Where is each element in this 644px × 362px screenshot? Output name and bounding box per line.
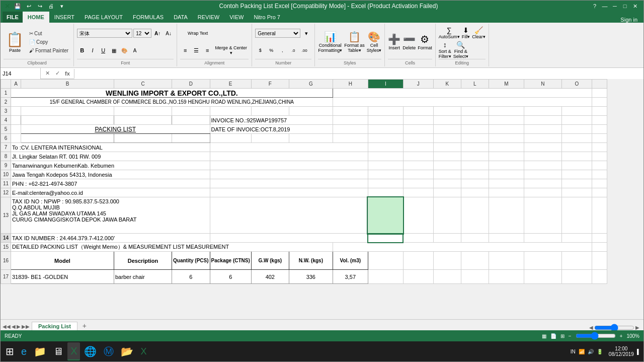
cell-5l[interactable] [461, 125, 489, 134]
cell-8o[interactable] [561, 152, 592, 161]
pc-btn[interactable]: 🖥 [50, 342, 66, 360]
cell-3k[interactable] [433, 107, 461, 116]
formula-input[interactable] [74, 68, 643, 79]
cell-9e[interactable] [210, 161, 368, 170]
cell-10k[interactable] [433, 170, 461, 179]
more-qa-btn[interactable]: ▾ [57, 2, 67, 11]
row-num-9[interactable]: 9 [1, 161, 11, 170]
cell-13l[interactable] [461, 197, 489, 234]
row-num-4[interactable]: 4 [1, 116, 11, 125]
cell-12j[interactable] [403, 188, 433, 197]
cell-12-extra[interactable] [592, 188, 607, 197]
row-num-7[interactable]: 7 [1, 143, 11, 152]
row-num-8[interactable]: 8 [1, 152, 11, 161]
cell-8j[interactable] [403, 152, 433, 161]
cell-11-extra[interactable] [592, 179, 607, 188]
excel-taskbar-btn[interactable]: X [67, 342, 80, 360]
cell-12i[interactable] [368, 188, 403, 197]
underline-button[interactable]: U [98, 46, 108, 55]
cell-4n[interactable] [524, 116, 561, 125]
col-header-i[interactable]: I [368, 80, 403, 89]
cell-6b[interactable] [21, 134, 114, 143]
cell-8k[interactable] [433, 152, 461, 161]
cell-6c[interactable] [114, 134, 172, 143]
cell-16o[interactable] [561, 252, 592, 270]
row-num-13[interactable]: 13 [1, 197, 11, 234]
confirm-formula-btn[interactable]: ✓ [53, 69, 62, 78]
cell-styles-btn[interactable]: 🎨 Cell Styles▾ [367, 31, 382, 53]
wrap-text-btn[interactable]: Wrap Text [180, 29, 215, 38]
cell-5i[interactable] [368, 125, 403, 134]
horizontal-scrollbar[interactable] [594, 326, 634, 330]
cell-14j[interactable] [403, 234, 433, 243]
cell-11e[interactable] [210, 179, 368, 188]
cell-2-extra[interactable] [592, 98, 607, 107]
cell-5j[interactable] [403, 125, 433, 134]
cell-6a[interactable] [11, 134, 21, 143]
cell-3-extra[interactable] [592, 107, 607, 116]
cell-16j[interactable] [403, 252, 433, 270]
row-num-5[interactable]: 5 [1, 125, 11, 134]
cell-11l[interactable] [461, 179, 489, 188]
cell-13e[interactable] [210, 197, 368, 234]
cell-packing-list[interactable]: PACKING LIST [21, 125, 210, 134]
col-header-f[interactable]: F [251, 80, 289, 89]
corner-header[interactable] [1, 80, 11, 89]
col-header-m[interactable]: M [489, 80, 524, 89]
cell-1h[interactable] [333, 89, 592, 98]
tab-review[interactable]: REVIEW [193, 12, 224, 23]
insert-btn[interactable]: ➕ Insert [388, 33, 400, 50]
maximize-btn[interactable]: □ [620, 2, 629, 10]
scroll-tabs-prev[interactable]: ◀ [12, 324, 16, 329]
insert-function-btn[interactable]: fx [63, 69, 72, 78]
format-painter-button[interactable]: 🖌 Format Painter [27, 47, 70, 54]
cell-6j[interactable] [403, 134, 433, 143]
conditional-formatting-btn[interactable]: 📊 Conditional Formatting▾ [318, 31, 342, 53]
cell-12o[interactable] [561, 188, 592, 197]
cell-9o[interactable] [561, 161, 592, 170]
cell-17l[interactable] [461, 270, 489, 284]
cell-10o[interactable] [561, 170, 592, 179]
cell-6i[interactable] [368, 134, 403, 143]
font-color-btn[interactable]: A [130, 46, 140, 55]
scroll-tabs-right[interactable]: ▶▶ [22, 324, 30, 329]
cell-phone[interactable]: PHN : +62-821-4974-3807 [11, 179, 210, 188]
cell-3j[interactable] [403, 107, 433, 116]
cell-13j[interactable] [403, 197, 433, 234]
row-num-1[interactable]: 1 [1, 89, 11, 98]
percent-btn[interactable]: % [266, 46, 276, 55]
cell-6h[interactable] [333, 134, 368, 143]
col-header-l[interactable]: L [461, 80, 489, 89]
cell-detailed[interactable]: DETAILED PACKING LIST（Weight Memo）& MEAS… [11, 243, 333, 252]
clear-btn[interactable]: 🧹 Clear▾ [472, 26, 486, 39]
cell-17i[interactable] [368, 270, 403, 284]
cell-12m[interactable] [489, 188, 524, 197]
cell-email[interactable]: E-mail:clentera@yahoo.co.id [11, 188, 210, 197]
cell-6d[interactable] [172, 134, 210, 143]
cell-5-extra[interactable] [592, 125, 607, 134]
cell-13n[interactable] [524, 197, 561, 234]
row-num-16[interactable]: 16 [1, 252, 11, 270]
align-right-btn[interactable]: ≡ [202, 46, 212, 55]
cell-7e[interactable] [210, 143, 368, 152]
increase-font-btn[interactable]: A↑ [152, 29, 163, 38]
cell-10l[interactable] [461, 170, 489, 179]
cell-3m[interactable] [489, 107, 524, 116]
cell-6g[interactable] [289, 134, 333, 143]
sheet-tab-packing-list[interactable]: Packing List [32, 322, 77, 330]
cell-16i[interactable] [368, 252, 403, 270]
comma-btn[interactable]: , [277, 46, 287, 55]
tab-data[interactable]: DATA [169, 12, 193, 23]
cell-15-extra[interactable] [592, 243, 607, 252]
cell-8m[interactable] [489, 152, 524, 161]
cell-4h[interactable] [333, 116, 368, 125]
fill-btn[interactable]: ⬇ Fill▾ [462, 26, 470, 39]
cell-14i-selected[interactable] [368, 234, 403, 243]
cell-10e[interactable] [210, 170, 368, 179]
decrease-decimal-btn[interactable]: .00 [299, 46, 309, 55]
cell-7k[interactable] [433, 143, 461, 152]
row-num-10[interactable]: 10 [1, 170, 11, 179]
tab-page-layout[interactable]: PAGE LAYOUT [79, 12, 128, 23]
format-cells-btn[interactable]: ⚙ Format [418, 33, 432, 50]
row-num-14[interactable]: 14 [1, 234, 11, 243]
